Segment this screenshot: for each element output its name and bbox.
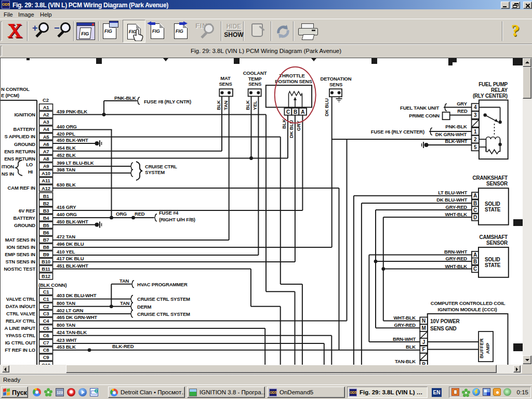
svg-text:NOSTIC TEST: NOSTIC TEST (4, 266, 35, 272)
svg-text:6V REF: 6V REF (19, 208, 35, 214)
svg-text:HVAC PROGRAMMER: HVAC PROGRAMMER (137, 282, 188, 287)
svg-text:B6: B6 (43, 230, 49, 235)
svg-text:PNK-BLK: PNK-BLK (114, 95, 136, 101)
svg-text:ION SENS IN: ION SENS IN (7, 244, 36, 250)
svg-text:A5: A5 (43, 134, 50, 140)
svg-text:417 DK BLU: 417 DK BLU (57, 256, 84, 261)
svg-text:ITION: ITION (2, 164, 15, 169)
svg-text:A: A (301, 109, 304, 115)
svg-text:B12: B12 (42, 273, 50, 279)
svg-text:STATE: STATE (485, 262, 501, 268)
svg-text:SENSOR: SENSOR (486, 240, 508, 246)
svg-text:(RIGHT U/H F/B): (RIGHT U/H F/B) (159, 217, 195, 222)
svg-text:AMP: AMP (485, 342, 490, 354)
svg-text:J: J (422, 339, 425, 345)
svg-text:GROUND: GROUND (14, 222, 35, 228)
svg-text:DK GRN-WHT: DK GRN-WHT (435, 131, 467, 137)
svg-text:1: 1 (474, 129, 477, 135)
svg-text:PNK-BLK: PNK-BLK (445, 124, 467, 129)
svg-text:SENS: SENS (329, 82, 342, 87)
svg-text:C1: C1 (43, 296, 50, 302)
svg-text:399 LT BLU-BLK: 399 LT BLU-BLK (57, 160, 94, 166)
svg-text:C7: C7 (43, 340, 49, 345)
svg-text:LT BLU-WHT: LT BLU-WHT (438, 190, 467, 195)
svg-text:N CONTROL: N CONTROL (1, 86, 30, 92)
svg-text:RELAY: RELAY (491, 87, 508, 93)
svg-text:D: D (473, 215, 477, 220)
svg-text:B9: B9 (43, 251, 49, 257)
svg-text:2: 2 (474, 137, 477, 142)
svg-text:800 TAN: 800 TAN (57, 322, 75, 328)
svg-text:GRY-RED: GRY-RED (445, 204, 467, 210)
svg-text:C4: C4 (43, 318, 50, 324)
svg-text:CTRL VALVE: CTRL VALVE (6, 311, 35, 316)
svg-text:398 TAN: 398 TAN (57, 167, 75, 172)
svg-text:A1: A1 (43, 104, 50, 110)
svg-text:FUEL TANK UNIT: FUEL TANK UNIT (400, 105, 439, 111)
svg-text:GRY-RED: GRY-RED (394, 322, 416, 328)
svg-text:MAT SENS IN: MAT SENS IN (5, 237, 36, 243)
svg-text:3: 3 (474, 112, 477, 118)
svg-text:RELAY CTRL: RELAY CTRL (6, 318, 36, 324)
svg-text:403 DK BLU-WHT: 403 DK BLU-WHT (57, 292, 97, 298)
svg-text:FUEL PUMP: FUEL PUMP (478, 82, 508, 87)
svg-text:ENS RETURN: ENS RETURN (4, 149, 35, 154)
svg-text:BLK: BLK (406, 344, 416, 350)
svg-text:N: N (422, 318, 425, 324)
svg-text:450 BLK-WHT: 450 BLK-WHT (57, 219, 88, 224)
svg-text:COOLANT: COOLANT (243, 70, 267, 76)
svg-text:BATTERY: BATTERY (14, 126, 36, 132)
svg-text:F: F (422, 347, 425, 352)
svg-text:(RLY CENTER): (RLY CENTER) (473, 93, 508, 99)
svg-text:COMPUTER CONTROLLED COIL: COMPUTER CONTROLLED COIL (431, 300, 506, 306)
svg-text:440 ORG: 440 ORG (57, 211, 77, 217)
svg-text:B11: B11 (42, 266, 50, 272)
svg-text:SOLID: SOLID (485, 201, 500, 207)
svg-text:BATTERY: BATTERY (14, 215, 36, 221)
svg-text:SYSTEM: SYSTEM (145, 169, 165, 175)
svg-text:B: B (473, 259, 477, 264)
svg-text:472 TAN: 472 TAN (57, 234, 75, 240)
svg-text:MAT: MAT (220, 75, 231, 81)
svg-text:EMP SENS IN: EMP SENS IN (5, 251, 35, 257)
svg-text:10V POWER: 10V POWER (430, 318, 460, 324)
svg-text:C5: C5 (43, 325, 50, 331)
svg-text:450 BLK-WHT: 450 BLK-WHT (57, 137, 88, 143)
svg-text:BLK-RED: BLK-RED (112, 343, 134, 349)
svg-text:GRY: GRY (457, 101, 467, 107)
svg-text:E (PCM): E (PCM) (1, 92, 19, 98)
svg-text:A4: A4 (43, 126, 50, 132)
svg-text:SENS: SENS (248, 81, 261, 87)
svg-text:B5: B5 (43, 222, 50, 228)
svg-text:C: C (473, 207, 477, 213)
svg-text:LO: LO (26, 162, 33, 167)
svg-text:SENS GND: SENS GND (430, 326, 457, 331)
svg-text:CRUISE CTRL SYSTEM: CRUISE CTRL SYSTEM (137, 311, 190, 317)
svg-text:4: 4 (474, 104, 477, 110)
svg-text:A10: A10 (42, 170, 50, 176)
svg-text:BLK-WHT: BLK-WHT (445, 138, 468, 144)
svg-text:CRUISE CTRL SYSTEM: CRUISE CTRL SYSTEM (137, 296, 190, 302)
svg-text:496 DK BLU: 496 DK BLU (57, 241, 84, 247)
svg-text:B2: B2 (43, 201, 49, 206)
svg-text:TAN: TAN (119, 278, 129, 284)
svg-text:FUSE #4: FUSE #4 (159, 210, 179, 216)
svg-text:WHT-BLK: WHT-BLK (445, 211, 468, 217)
svg-text:410 YEL: 410 YEL (57, 249, 75, 255)
svg-text:DETONATION: DETONATION (321, 76, 352, 82)
svg-text:A9: A9 (43, 163, 49, 169)
svg-text:TAN: TAN (223, 100, 229, 110)
svg-text:CAMSHAFT: CAMSHAFT (479, 234, 508, 240)
svg-text:452 BLK: 452 BLK (57, 152, 76, 158)
svg-text:DK BLU: DK BLU (324, 98, 329, 116)
svg-text:C: C (286, 109, 290, 115)
svg-text:VALVE CTRL: VALVE CTRL (6, 296, 36, 302)
svg-text:RED: RED (135, 211, 145, 217)
svg-text:C6: C6 (43, 332, 49, 338)
svg-text:BLK: BLK (216, 100, 221, 110)
svg-text:GRY-RED: GRY-RED (445, 256, 467, 261)
svg-text:DERM: DERM (137, 304, 151, 310)
svg-text:C8: C8 (43, 347, 49, 353)
svg-text:BRN-WHT: BRN-WHT (444, 249, 467, 255)
svg-text:BUFFER: BUFFER (478, 338, 484, 358)
